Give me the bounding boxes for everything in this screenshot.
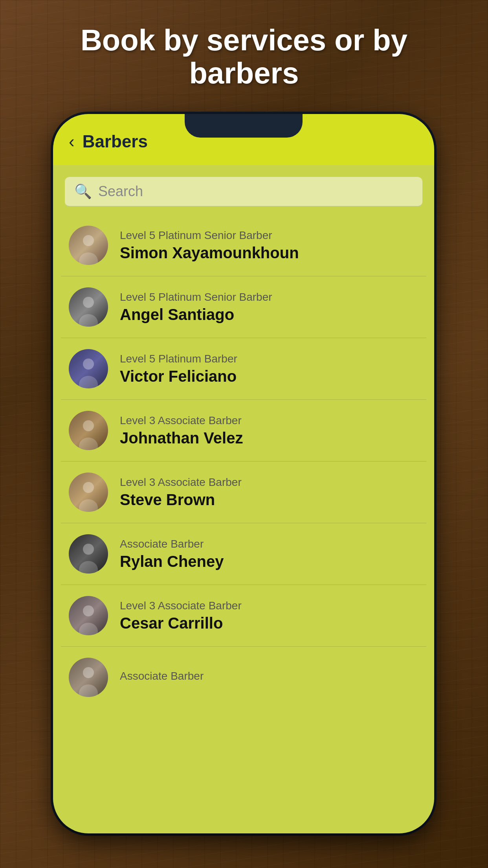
svg-point-7	[79, 438, 98, 450]
barber-info: Level 3 Associate Barber Cesar Carrillo	[120, 600, 418, 632]
barber-item[interactable]: Associate Barber	[61, 647, 426, 708]
svg-point-15	[79, 684, 98, 697]
barber-avatar	[69, 411, 108, 450]
svg-point-6	[83, 420, 94, 431]
barber-level: Associate Barber	[120, 670, 418, 682]
svg-point-8	[83, 482, 94, 493]
barber-level: Level 5 Platinum Barber	[120, 353, 418, 365]
barber-info: Level 3 Associate Barber Steve Brown	[120, 476, 418, 509]
barber-name: Simon Xayamounkhoun	[120, 244, 418, 262]
svg-point-4	[83, 359, 94, 370]
barber-list: Level 5 Platinum Senior Barber Simon Xay…	[53, 215, 434, 708]
phone-screen: 🔍 Search Level 5 Platinum Senior Barber …	[53, 165, 434, 833]
phone-notch	[185, 114, 303, 138]
barber-name: Rylan Cheney	[120, 553, 418, 570]
svg-point-12	[83, 605, 94, 616]
svg-point-0	[83, 235, 94, 246]
svg-point-11	[79, 561, 98, 574]
barber-level: Level 3 Associate Barber	[120, 414, 418, 427]
barber-level: Level 5 Platinum Senior Barber	[120, 291, 418, 303]
svg-point-10	[83, 544, 94, 555]
barber-level: Level 3 Associate Barber	[120, 476, 418, 489]
barber-avatar	[69, 596, 108, 635]
back-button[interactable]: ‹	[69, 132, 75, 151]
search-icon: 🔍	[74, 183, 92, 200]
header-title: Barbers	[83, 132, 148, 151]
svg-point-14	[83, 667, 94, 678]
barber-avatar	[69, 658, 108, 697]
phone-frame: ‹ Barbers 🔍 Search Level 5 Platinum Seni…	[53, 114, 434, 833]
barber-info: Level 3 Associate Barber Johnathan Velez	[120, 414, 418, 447]
barber-info: Level 5 Platinum Senior Barber Angel San…	[120, 291, 418, 324]
search-placeholder: Search	[98, 183, 143, 200]
svg-point-5	[79, 376, 98, 388]
barber-item[interactable]: Level 3 Associate Barber Johnathan Velez	[61, 400, 426, 462]
barber-item[interactable]: Level 3 Associate Barber Steve Brown	[61, 462, 426, 523]
svg-point-1	[79, 252, 98, 265]
barber-avatar	[69, 473, 108, 512]
barber-info: Level 5 Platinum Barber Victor Feliciano	[120, 353, 418, 385]
barber-info: Level 5 Platinum Senior Barber Simon Xay…	[120, 229, 418, 262]
page-title: Book by services or by barbers	[0, 24, 488, 89]
barber-name: Angel Santiago	[120, 306, 418, 324]
svg-point-2	[83, 297, 94, 308]
barber-level: Level 3 Associate Barber	[120, 600, 418, 612]
barber-item[interactable]: Associate Barber Rylan Cheney	[61, 523, 426, 585]
barber-level: Level 5 Platinum Senior Barber	[120, 229, 418, 242]
barber-avatar	[69, 534, 108, 574]
svg-point-13	[79, 623, 98, 635]
barber-avatar	[69, 287, 108, 327]
barber-item[interactable]: Level 5 Platinum Barber Victor Feliciano	[61, 338, 426, 400]
svg-point-3	[79, 314, 98, 327]
barber-name: Johnathan Velez	[120, 429, 418, 447]
barber-level: Associate Barber	[120, 538, 418, 550]
barber-item[interactable]: Level 5 Platinum Senior Barber Simon Xay…	[61, 215, 426, 276]
barber-name: Cesar Carrillo	[120, 614, 418, 632]
barber-avatar	[69, 349, 108, 388]
barber-item[interactable]: Level 3 Associate Barber Cesar Carrillo	[61, 585, 426, 647]
search-bar[interactable]: 🔍 Search	[65, 177, 422, 207]
barber-name: Steve Brown	[120, 491, 418, 509]
barber-name: Victor Feliciano	[120, 368, 418, 385]
barber-info: Associate Barber	[120, 670, 418, 685]
barber-avatar	[69, 226, 108, 265]
barber-info: Associate Barber Rylan Cheney	[120, 538, 418, 570]
barber-item[interactable]: Level 5 Platinum Senior Barber Angel San…	[61, 276, 426, 338]
svg-point-9	[79, 499, 98, 512]
